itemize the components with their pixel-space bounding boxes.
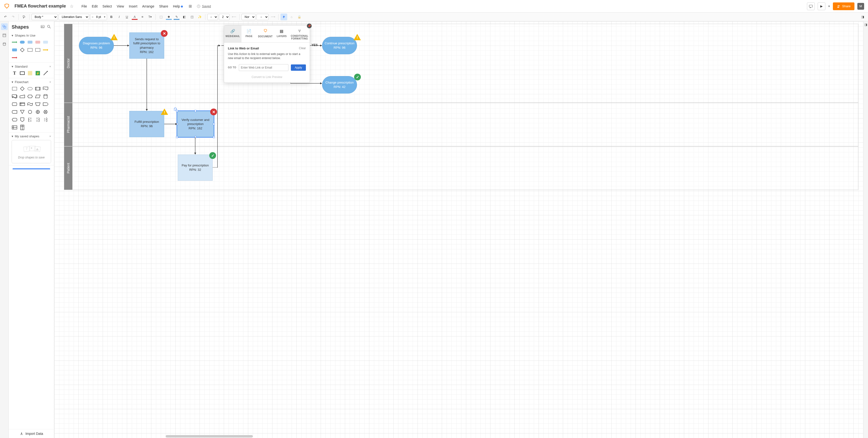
link-input[interactable] xyxy=(239,64,288,71)
fc-brace-right[interactable] xyxy=(27,117,33,123)
data-tool-icon[interactable] xyxy=(1,41,8,48)
shape-rect1[interactable] xyxy=(27,47,33,53)
underline-button[interactable]: U xyxy=(124,13,130,20)
fc-decision[interactable] xyxy=(20,86,25,92)
menu-file[interactable]: File xyxy=(80,3,89,9)
saved-status[interactable]: Saved xyxy=(197,4,211,8)
lock2-button[interactable]: 🔒 xyxy=(296,13,303,20)
node-verify[interactable]: Verify customer and prescriptionRPN: 162 xyxy=(177,111,214,137)
image-icon[interactable] xyxy=(40,25,45,30)
shape-rect2[interactable] xyxy=(35,47,41,53)
selection-handle[interactable] xyxy=(194,136,196,138)
integrations-icon[interactable]: ⊞ xyxy=(189,4,192,8)
fc-swimlane-v[interactable] xyxy=(20,125,25,130)
line-start-button[interactable]: ⟵ xyxy=(230,13,237,20)
shape-arrow-red[interactable] xyxy=(11,55,18,61)
bold-button[interactable]: B xyxy=(108,13,115,20)
text-options-button[interactable]: T▾ xyxy=(147,13,154,20)
fc-data[interactable] xyxy=(35,94,41,99)
shape-button[interactable]: ⬚ xyxy=(158,13,164,20)
fc-database[interactable] xyxy=(42,94,49,99)
magic-button[interactable]: ✨ xyxy=(196,13,203,20)
popup-clear-button[interactable]: Clear xyxy=(299,46,306,50)
shape-hotspot[interactable]: ⚡ xyxy=(35,70,41,76)
fill-none-select[interactable]: None xyxy=(242,14,255,20)
fc-internal[interactable] xyxy=(20,101,25,107)
selection-handle[interactable] xyxy=(194,110,196,112)
shape-process-pink[interactable] xyxy=(35,39,41,45)
line-style-select[interactable]: ——— xyxy=(207,14,218,20)
pin-icon[interactable]: 📌 xyxy=(307,24,312,28)
fill-color-button[interactable] xyxy=(165,13,172,20)
fc-offpage[interactable] xyxy=(20,117,25,123)
font-size-increase[interactable]: + xyxy=(102,14,107,20)
node-change[interactable]: Change prescriptionRPN: 42 xyxy=(322,76,357,94)
tab-document[interactable]: DOCUMENT xyxy=(257,25,274,42)
fc-preparation[interactable] xyxy=(27,94,33,99)
close-icon[interactable]: × xyxy=(49,65,51,68)
node-pay[interactable]: Pay for prescriptionRPN: 32 xyxy=(178,155,213,181)
shape-style-button[interactable]: ◧ xyxy=(181,13,188,20)
convert-link-preview[interactable]: Convert to Link Preview xyxy=(228,75,306,79)
node-sends-request[interactable]: Sends request to fulfill prescription to… xyxy=(129,32,164,59)
shape-options-button[interactable]: ◫ xyxy=(189,13,195,20)
fc-or[interactable] xyxy=(35,109,41,115)
node-continue[interactable]: Continue prescriptionRPN: 96 xyxy=(322,37,357,54)
line-end-button[interactable]: ⟶ xyxy=(270,13,276,20)
section-header-flowchart[interactable]: ▾ Flowchart× xyxy=(11,80,51,84)
document-title[interactable]: FMEA flowchart example xyxy=(14,4,66,9)
comment-icon[interactable] xyxy=(807,2,815,10)
menu-help[interactable]: Help xyxy=(171,3,185,9)
shape-arrow-green[interactable] xyxy=(11,39,18,45)
fc-swimlane-h[interactable] xyxy=(11,125,18,130)
fc-predefined[interactable] xyxy=(35,86,41,92)
action-button[interactable] xyxy=(280,13,287,20)
selection-handle[interactable] xyxy=(176,123,178,125)
menu-arrange[interactable]: Arrange xyxy=(140,3,156,9)
fc-process[interactable] xyxy=(11,86,18,92)
menu-view[interactable]: View xyxy=(115,3,126,9)
node-diagnoses[interactable]: Diagnoses problemRPN: 96 xyxy=(79,37,114,54)
shape-decision[interactable] xyxy=(20,47,25,53)
font-size-decrease[interactable]: − xyxy=(90,14,95,20)
fc-terminator[interactable] xyxy=(27,86,33,92)
selection-handle[interactable] xyxy=(176,136,178,138)
section-header-in-use[interactable]: ▾ Shapes In Use xyxy=(11,34,51,37)
fc-manual[interactable] xyxy=(35,101,41,107)
present-dropdown-icon[interactable]: ▾ xyxy=(828,4,830,8)
horizontal-scrollbar[interactable] xyxy=(166,435,253,438)
user-avatar[interactable]: M xyxy=(857,3,864,10)
tab-layers[interactable]: ▤LAYERS xyxy=(274,25,289,42)
fc-delay[interactable] xyxy=(42,101,49,107)
fc-multidoc[interactable] xyxy=(11,94,18,99)
selection-handle[interactable] xyxy=(213,136,215,138)
apply-button[interactable]: Apply xyxy=(291,64,306,71)
line-width-select[interactable]: 2 px xyxy=(219,14,229,20)
shape-line[interactable] xyxy=(42,70,49,76)
panel-toggle-button[interactable]: ◨ xyxy=(859,13,866,20)
fc-merge[interactable] xyxy=(20,109,25,115)
format-painter-button[interactable] xyxy=(21,13,27,20)
canvas[interactable]: Doctor Pharmacist Patient Diagnoses prob… xyxy=(54,21,863,438)
right-panel-toggle-icon[interactable]: ◨ xyxy=(864,23,867,26)
rotate-handle-icon[interactable] xyxy=(174,107,177,111)
fc-note-brace[interactable] xyxy=(42,117,49,123)
star-icon[interactable]: ☆ xyxy=(70,4,73,9)
shape-block[interactable] xyxy=(20,70,25,76)
undo-button[interactable]: ↶ xyxy=(2,13,9,20)
fc-brace-left[interactable] xyxy=(35,117,41,123)
shape-process-light[interactable] xyxy=(42,39,49,45)
saved-shapes-dropzone[interactable]: T Drop shapes to save xyxy=(11,140,51,163)
selection-handle[interactable] xyxy=(213,123,215,125)
fc-direct[interactable] xyxy=(11,101,18,107)
import-data-button[interactable]: Import Data xyxy=(9,429,54,438)
close-icon[interactable]: × xyxy=(49,80,51,84)
shape-process-blue[interactable] xyxy=(27,39,33,45)
fc-summing[interactable] xyxy=(42,109,49,115)
font-family-select[interactable]: Body * xyxy=(31,14,58,20)
align-button[interactable]: ≡ xyxy=(139,13,146,20)
fc-stored[interactable] xyxy=(11,109,18,115)
tab-conditional[interactable]: ⑂CONDITIONAL FORMATTING xyxy=(289,25,310,42)
fc-input[interactable] xyxy=(20,94,25,99)
close-icon[interactable]: × xyxy=(49,134,51,138)
